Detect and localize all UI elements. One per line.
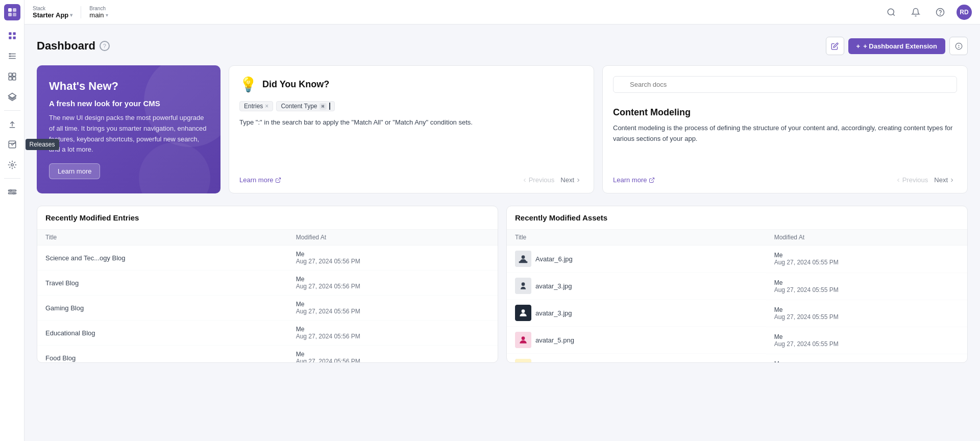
releases-tooltip: Releases <box>26 139 59 150</box>
assets-table-scroll[interactable]: Title Modified At Avatar_6.jpg Me Aug <box>507 230 967 362</box>
svg-line-28 <box>893 14 894 15</box>
whats-new-description: The new UI design packs the most powerfu… <box>49 113 208 155</box>
asset-thumbnail <box>515 251 531 267</box>
entry-title: Food Blog <box>37 346 288 363</box>
asset-title: avatar_3.jpg <box>507 273 766 300</box>
notification-icon[interactable] <box>908 4 924 20</box>
content-type-tag[interactable]: Content Type ⌘ <box>276 101 334 111</box>
svg-point-22 <box>11 164 13 166</box>
table-row[interactable]: Travel Blog Me Aug 27, 2024 05:56 PM <box>37 271 498 296</box>
asset-thumbnail <box>515 305 531 321</box>
content-modeling-footer: Learn more Previous Next <box>613 175 957 185</box>
content-modeling-learn-more-link[interactable]: Learn more <box>613 176 655 184</box>
search-docs-wrapper <box>613 76 957 100</box>
svg-line-34 <box>278 178 281 181</box>
svg-point-25 <box>10 190 11 191</box>
sidebar-item-layers[interactable] <box>3 88 21 106</box>
did-you-know-card: 💡 Did You Know? Entries × Content Type ⌘… <box>229 65 594 193</box>
svg-point-11 <box>9 54 10 55</box>
user-avatar[interactable]: RD <box>957 5 972 20</box>
svg-rect-16 <box>12 77 15 80</box>
whats-new-card: What's New? A fresh new look for your CM… <box>37 65 220 193</box>
whats-new-learn-more-button[interactable]: Learn more <box>49 163 100 179</box>
content-modeling-next-button[interactable]: Next <box>932 175 957 185</box>
content-modeling-nav: Previous Next <box>893 175 957 185</box>
entry-title: Educational Blog <box>37 321 288 346</box>
entry-title: Travel Blog <box>37 271 288 296</box>
dashboard-actions: + + Dashboard Extension <box>826 37 968 55</box>
stack-label: Stack <box>33 6 72 11</box>
did-you-know-footer: Learn more Previous Next <box>239 175 583 185</box>
sidebar-item-releases[interactable]: Releases <box>3 135 21 154</box>
dashboard-help-icon[interactable]: ? <box>100 41 110 51</box>
svg-rect-20 <box>9 141 16 148</box>
svg-point-41 <box>522 310 525 313</box>
did-you-know-title: Did You Know? <box>262 79 329 90</box>
table-row[interactable]: Science and Tec...ogy Blog Me Aug 27, 20… <box>37 246 498 271</box>
asset-thumbnail <box>515 278 531 294</box>
svg-rect-14 <box>12 73 15 76</box>
table-row[interactable]: Avatar_6.jpg Me Aug 27, 2024 05:55 PM <box>507 246 967 273</box>
sidebar-item-modules[interactable] <box>3 67 21 86</box>
svg-rect-13 <box>9 73 12 76</box>
table-row[interactable]: 🖼️ travel_blog_banner.jpg Me Aug 27, 202… <box>507 354 967 362</box>
entry-title: Gaming Blog <box>37 296 288 321</box>
card-tags: Entries × Content Type ⌘ <box>239 101 583 111</box>
assets-col-title: Title <box>507 230 766 246</box>
table-row[interactable]: avatar_3.jpg Me Aug 27, 2024 05:55 PM <box>507 300 967 327</box>
svg-rect-3 <box>13 13 16 16</box>
table-row[interactable]: Gaming Blog Me Aug 27, 2024 05:56 PM <box>37 296 498 321</box>
entries-table: Title Modified At Science and Tec...ogy … <box>37 230 498 362</box>
sidebar-item-publish[interactable] <box>3 115 21 133</box>
sidebar-item-custom[interactable] <box>3 156 21 174</box>
help-icon[interactable] <box>932 4 948 20</box>
stack-value[interactable]: Starter App ▾ <box>33 11 72 19</box>
svg-point-40 <box>522 283 525 286</box>
dashboard-extension-button[interactable]: + + Dashboard Extension <box>848 38 945 54</box>
whats-new-title: What's New? <box>49 80 208 93</box>
branch-chevron-icon: ▾ <box>106 12 108 18</box>
sidebar-item-content[interactable] <box>3 47 21 65</box>
asset-thumbnail: 🖼️ <box>515 359 531 362</box>
sidebar-logo[interactable] <box>4 4 20 20</box>
did-you-know-learn-more-link[interactable]: Learn more <box>239 176 281 184</box>
svg-rect-15 <box>9 77 12 80</box>
svg-point-12 <box>9 56 10 57</box>
did-you-know-previous-button[interactable]: Previous <box>520 175 557 185</box>
entries-tag[interactable]: Entries × <box>239 101 273 111</box>
sidebar: Releases <box>0 0 24 441</box>
entries-table-header: Recently Modified Entries <box>37 206 498 230</box>
info-button[interactable] <box>949 37 968 55</box>
search-docs-input[interactable] <box>613 76 957 93</box>
branch-value[interactable]: main ▾ <box>89 11 108 19</box>
sidebar-divider-2 <box>4 178 20 179</box>
sidebar-item-settings[interactable] <box>3 183 21 201</box>
search-icon[interactable] <box>883 4 899 20</box>
page-title: Dashboard <box>37 39 95 53</box>
svg-rect-7 <box>13 37 15 39</box>
asset-title: 🖼️ travel_blog_banner.jpg <box>507 354 766 362</box>
table-row[interactable]: avatar_3.jpg Me Aug 27, 2024 05:55 PM <box>507 273 967 300</box>
did-you-know-next-button[interactable]: Next <box>558 175 583 185</box>
entries-tag-remove[interactable]: × <box>265 103 268 110</box>
entry-title: Science and Tec...ogy Blog <box>37 246 288 271</box>
svg-rect-39 <box>519 261 528 263</box>
content-modeling-previous-button[interactable]: Previous <box>893 175 930 185</box>
sidebar-item-home[interactable] <box>3 27 21 45</box>
recently-modified-assets-card: Recently Modified Assets Title Modified … <box>506 206 968 363</box>
topbar-branch: Branch main ▾ <box>89 6 108 19</box>
entries-table-scroll[interactable]: Title Modified At Science and Tec...ogy … <box>37 230 498 362</box>
lightbulb-icon: 💡 <box>239 76 257 93</box>
svg-point-26 <box>13 192 14 194</box>
edit-button[interactable] <box>826 37 844 55</box>
table-row[interactable]: Food Blog Me Aug 27, 2024 05:56 PM <box>37 346 498 363</box>
table-row[interactable]: Educational Blog Me Aug 27, 2024 05:56 P… <box>37 321 498 346</box>
table-row[interactable]: avatar_5.png Me Aug 27, 2024 05:55 PM <box>507 327 967 354</box>
cards-row: What's New? A fresh new look for your CM… <box>37 65 968 193</box>
svg-rect-4 <box>9 32 11 35</box>
svg-rect-5 <box>13 32 15 35</box>
asset-thumbnail <box>515 332 531 348</box>
entries-col-modified: Modified At <box>288 230 498 246</box>
topbar-divider <box>81 6 81 18</box>
main-content: Stack Starter App ▾ Branch main ▾ RD <box>24 0 980 441</box>
